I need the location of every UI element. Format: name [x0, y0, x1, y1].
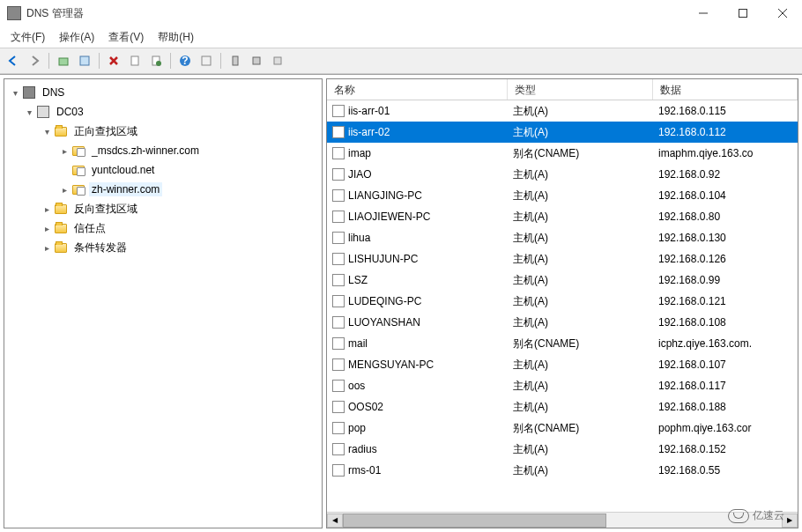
list-row[interactable]: iis-arr-02主机(A)192.168.0.112: [327, 122, 798, 143]
tree-zone-msdcs[interactable]: ▸ _msdcs.zh-winner.com: [4, 141, 322, 160]
zone-icon: [71, 163, 85, 177]
refresh-button[interactable]: [146, 51, 166, 70]
expand-icon[interactable]: ▸: [57, 185, 71, 195]
tree-reverse-zones[interactable]: ▸ 反向查找区域: [4, 199, 322, 218]
nav-back-button[interactable]: [4, 51, 23, 70]
close-button[interactable]: [762, 0, 802, 26]
scroll-left-button[interactable]: ◀: [327, 514, 343, 528]
show-hide-button[interactable]: [75, 51, 94, 70]
collapse-icon[interactable]: ▾: [8, 88, 22, 98]
cell-type: 主机(A): [508, 271, 653, 290]
column-header-data[interactable]: 数据: [653, 79, 798, 100]
svg-rect-12: [233, 56, 238, 65]
folder-icon: [54, 202, 68, 216]
list-row[interactable]: JIAO主机(A)192.168.0.92: [327, 164, 798, 185]
cell-data: imaphm.qiye.163.co: [653, 145, 798, 161]
list-row[interactable]: lihua主机(A)192.168.0.130: [327, 227, 798, 248]
tree-zone-zhwinner[interactable]: ▸ zh-winner.com: [4, 180, 322, 199]
menu-view[interactable]: 查看(V): [101, 28, 151, 47]
list-row[interactable]: LISHUJUN-PC主机(A)192.168.0.126: [327, 248, 798, 270]
column-header-type[interactable]: 类型: [508, 79, 653, 100]
cell-type: 主机(A): [508, 377, 653, 395]
collapse-icon[interactable]: ▾: [40, 127, 54, 137]
list-row[interactable]: LSZ主机(A)192.168.0.99: [327, 270, 798, 291]
tree-panel[interactable]: ▾ DNS ▾ DC03 ▾ 正向查找区域 ▸ _msdcs.zh-winner…: [4, 78, 323, 528]
toolbar-separator: [48, 53, 49, 69]
svg-point-8: [156, 61, 161, 66]
list-panel: 名称 类型 数据 iis-arr-01主机(A)192.168.0.115iis…: [326, 78, 798, 528]
up-button[interactable]: [54, 51, 73, 70]
menubar: 文件(F) 操作(A) 查看(V) 帮助(H): [0, 26, 802, 48]
folder-icon: [54, 124, 68, 138]
tree-conditional-fwd[interactable]: ▸ 条件转发器: [4, 238, 322, 257]
record-icon: [332, 274, 345, 286]
expand-icon[interactable]: ▸: [57, 146, 71, 156]
list-row[interactable]: LUDEQING-PC主机(A)192.168.0.121: [327, 291, 798, 312]
list-row[interactable]: LIANGJING-PC主机(A)192.168.0.104: [327, 185, 798, 206]
svg-rect-6: [131, 56, 138, 65]
column-header-name[interactable]: 名称: [327, 79, 508, 100]
list-row[interactable]: radius主机(A)192.168.0.152: [327, 439, 798, 460]
delete-button[interactable]: [104, 51, 123, 70]
minimize-button[interactable]: [683, 0, 723, 26]
tool-button-3[interactable]: [268, 51, 287, 70]
nav-forward-button[interactable]: [25, 51, 44, 70]
expand-icon[interactable]: ▸: [40, 204, 54, 214]
list-body[interactable]: iis-arr-01主机(A)192.168.0.115iis-arr-02主机…: [327, 100, 798, 512]
expand-icon[interactable]: [57, 166, 71, 175]
list-row[interactable]: pop别名(CNAME)pophm.qiye.163.cor: [327, 417, 798, 439]
tool-button-2[interactable]: [247, 51, 266, 70]
svg-text:?: ?: [182, 55, 188, 67]
cell-name: LISHUJUN-PC: [327, 251, 508, 267]
maximize-button[interactable]: [723, 0, 762, 26]
scrollbar-thumb[interactable]: [343, 514, 606, 528]
cell-type: 主机(A): [508, 208, 653, 226]
list-row[interactable]: rms-01主机(A)192.168.0.55: [327, 460, 798, 481]
cell-type: 别名(CNAME): [508, 335, 653, 353]
list-row[interactable]: LIAOJIEWEN-PC主机(A)192.168.0.80: [327, 206, 798, 227]
cell-type: 主机(A): [508, 166, 653, 184]
cell-name: radius: [327, 441, 508, 457]
toolbar: ?: [0, 48, 802, 74]
tree-forward-zones[interactable]: ▾ 正向查找区域: [4, 122, 322, 141]
cell-name: OOS02: [327, 399, 508, 415]
cell-type: 主机(A): [508, 398, 653, 417]
tree-trust-points[interactable]: ▸ 信任点: [4, 218, 322, 238]
cell-type: 主机(A): [508, 187, 653, 205]
list-row[interactable]: mail别名(CNAME)icphz.qiye.163.com.: [327, 333, 798, 354]
list-row[interactable]: OOS02主机(A)192.168.0.188: [327, 396, 798, 417]
collapse-icon[interactable]: ▾: [22, 107, 36, 117]
tool-button-1[interactable]: [226, 51, 245, 70]
svg-rect-14: [274, 57, 281, 64]
svg-rect-1: [739, 10, 746, 18]
expand-icon[interactable]: ▸: [40, 243, 54, 253]
tree-root-dns[interactable]: ▾ DNS: [4, 83, 322, 102]
list-row[interactable]: MENGSUYAN-PC主机(A)192.168.0.107: [327, 354, 798, 375]
list-row[interactable]: iis-arr-01主机(A)192.168.0.115: [327, 100, 798, 122]
help-button[interactable]: ?: [175, 51, 195, 70]
cell-data: 192.168.0.108: [653, 314, 798, 330]
tree-zone-yuntcloud[interactable]: yuntcloud.net: [4, 160, 322, 180]
horizontal-scrollbar[interactable]: ◀ ▶: [327, 512, 798, 528]
filter-button[interactable]: [197, 51, 216, 70]
menu-file[interactable]: 文件(F): [4, 28, 52, 47]
cell-name: iis-arr-02: [327, 124, 508, 140]
menu-help[interactable]: 帮助(H): [151, 28, 201, 47]
list-row[interactable]: LUOYANSHAN主机(A)192.168.0.108: [327, 312, 798, 333]
record-icon: [332, 189, 345, 202]
tree-server[interactable]: ▾ DC03: [4, 102, 322, 122]
cell-name: LIANGJING-PC: [327, 188, 508, 203]
menu-action[interactable]: 操作(A): [52, 28, 101, 47]
scrollbar-track[interactable]: [343, 514, 782, 528]
record-icon: [332, 232, 345, 244]
properties-button[interactable]: [125, 51, 145, 70]
list-row[interactable]: oos主机(A)192.168.0.117: [327, 375, 798, 396]
cell-name: MENGSUYAN-PC: [327, 357, 508, 373]
expand-icon[interactable]: ▸: [40, 224, 54, 233]
cell-name: LUDEQING-PC: [327, 293, 508, 309]
record-icon: [332, 358, 345, 371]
zone-icon: [71, 182, 85, 196]
record-icon: [332, 211, 345, 223]
cell-name: iis-arr-01: [327, 103, 508, 119]
list-row[interactable]: imap别名(CNAME)imaphm.qiye.163.co: [327, 143, 798, 164]
